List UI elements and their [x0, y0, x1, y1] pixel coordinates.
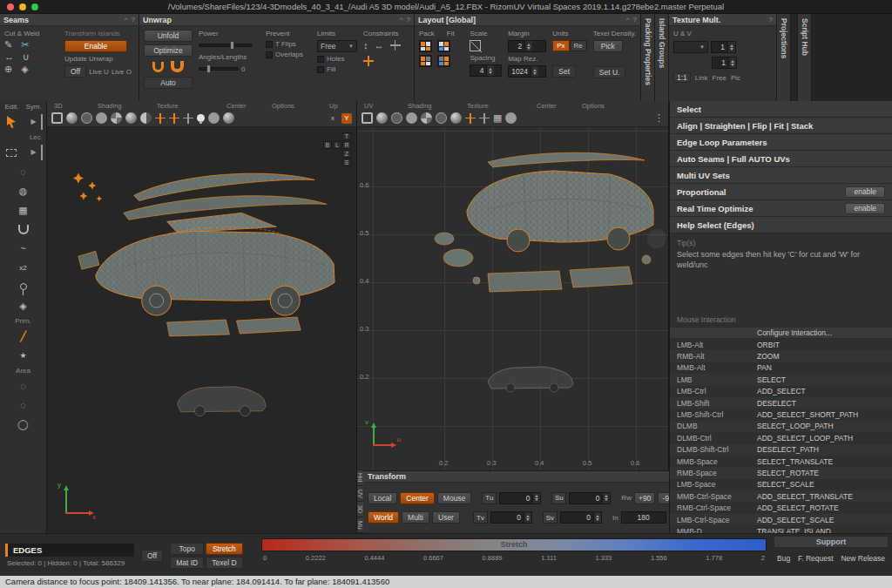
- units-px-tab[interactable]: Px: [552, 40, 569, 51]
- collapse-icon[interactable]: ^: [626, 16, 630, 24]
- uv-canvas[interactable]: 0.60.50.40.30.2 0.20.30.40.50.6 v u: [357, 127, 668, 470]
- section-proportional[interactable]: Proportional enable: [670, 184, 892, 200]
- half-sphere-icon[interactable]: [140, 112, 152, 124]
- pic-button[interactable]: Pic: [731, 74, 740, 82]
- su-stepper[interactable]: 0: [569, 492, 611, 504]
- pick-button[interactable]: Pick: [593, 40, 623, 52]
- sym-play-icon[interactable]: ▶: [27, 114, 43, 130]
- scale-icon[interactable]: [470, 40, 481, 51]
- stretch-gradient-bar[interactable]: Stretch: [261, 538, 767, 551]
- uv-frame-icon[interactable]: [479, 113, 490, 124]
- section-align[interactable]: Align | Straighten | Flip | Fit | Stack: [670, 118, 892, 134]
- center-selection-icon[interactable]: [169, 113, 179, 124]
- uv-options-icon[interactable]: [505, 112, 517, 124]
- realtime-enable-button[interactable]: enable: [845, 203, 885, 214]
- view-right-button[interactable]: R: [342, 141, 351, 149]
- optimize-button[interactable]: Optimize: [144, 44, 193, 57]
- stretch-button[interactable]: Stretch: [206, 543, 242, 555]
- model-3d-canvas[interactable]: y x: [47, 127, 356, 533]
- sym-mode-label[interactable]: Sym.: [25, 103, 41, 111]
- wireframe-mode-icon[interactable]: [51, 112, 63, 124]
- t-flips-checkbox[interactable]: [266, 41, 273, 48]
- feature-request-link[interactable]: F. Request: [798, 554, 834, 563]
- wire-sphere-icon[interactable]: [81, 112, 92, 124]
- fit-icon[interactable]: [437, 40, 450, 52]
- uv-flat-icon[interactable]: [406, 112, 417, 124]
- area-circle-add-icon[interactable]: ◌: [16, 397, 31, 413]
- axis-gizmo-3d[interactable]: y x: [57, 481, 96, 521]
- up-axis-sphere-icon[interactable]: [223, 112, 234, 124]
- set-button[interactable]: Set: [552, 65, 576, 78]
- world-button[interactable]: World: [368, 511, 399, 524]
- tu-label[interactable]: Tu: [482, 492, 497, 504]
- local-button[interactable]: Local: [368, 492, 397, 504]
- options-sphere-icon[interactable]: [208, 112, 220, 124]
- uv-mode-tab[interactable]: Mu: [357, 517, 363, 533]
- pin-tool-icon[interactable]: [16, 279, 31, 294]
- collapse-icon[interactable]: ^: [400, 16, 403, 24]
- holes-checkbox[interactable]: [317, 56, 324, 63]
- up-axis-x-button[interactable]: x: [328, 113, 338, 124]
- uv-wireframe-icon[interactable]: [362, 112, 373, 124]
- add-seam-icon[interactable]: ⊕: [4, 64, 12, 74]
- rotate-plus90-button[interactable]: +90: [634, 492, 655, 504]
- grid-select-icon[interactable]: ▦: [16, 202, 31, 218]
- viewport-3d[interactable]: 3DShadingTextureCenterOptionsUp x Y: [47, 101, 357, 533]
- sv-stepper[interactable]: 0: [560, 511, 602, 524]
- tv-label[interactable]: Tv: [473, 511, 488, 524]
- mult-u-stepper[interactable]: 1: [711, 41, 736, 53]
- uv-texture-icon[interactable]: [436, 112, 447, 124]
- center-view-icon[interactable]: [155, 113, 166, 124]
- mat-id-button[interactable]: Mat ID: [170, 557, 204, 569]
- projections-tab[interactable]: Projections: [777, 14, 791, 101]
- angles-lengths-slider[interactable]: [199, 67, 239, 71]
- uv-mode-tab[interactable]: UV: [357, 486, 363, 502]
- lasso-select-icon[interactable]: ◌: [16, 164, 31, 179]
- uv-grid-icon[interactable]: ▦: [493, 113, 502, 123]
- section-multi-uv[interactable]: Multi UV Sets: [670, 167, 892, 184]
- section-select[interactable]: Select: [670, 101, 892, 118]
- multi-button[interactable]: Multi: [402, 511, 429, 524]
- uv-shaded-icon[interactable]: [376, 112, 388, 124]
- viewport-uv[interactable]: UVShadingTextureCenterOptions ▦ ⋮: [357, 101, 669, 470]
- free-button[interactable]: Free: [713, 74, 726, 82]
- su-label[interactable]: Su: [551, 492, 566, 504]
- power-slider[interactable]: [199, 44, 253, 47]
- section-help-select[interactable]: Help Select (Edges): [670, 217, 892, 233]
- live-u-button[interactable]: Live U: [89, 68, 109, 76]
- rect-select-icon[interactable]: [3, 145, 19, 160]
- units-re-tab[interactable]: Re: [570, 40, 587, 51]
- tu-stepper[interactable]: 0: [499, 492, 541, 504]
- live-o-button[interactable]: Live O: [112, 68, 132, 76]
- view-left-button[interactable]: L: [333, 141, 341, 149]
- transform-islands-tab[interactable]: Transform Islands: [64, 30, 134, 37]
- overlaps-checkbox[interactable]: [266, 51, 273, 58]
- up-axis-y-button[interactable]: Y: [341, 113, 352, 124]
- limits-free-dropdown[interactable]: Free▼: [317, 40, 357, 52]
- unfold-button[interactable]: Unfold: [144, 30, 193, 42]
- magnet-icon[interactable]: [16, 221, 31, 237]
- script-hub-tab[interactable]: Script Hub: [798, 14, 812, 101]
- bug-link[interactable]: Bug: [777, 554, 790, 563]
- help-icon[interactable]: ?: [633, 16, 637, 24]
- configure-interaction-button[interactable]: Configure Interaction...: [670, 327, 892, 339]
- set-u-button[interactable]: Set U.: [593, 66, 626, 78]
- pack-icon[interactable]: [419, 40, 432, 52]
- brush-select-icon[interactable]: ◍: [16, 183, 31, 199]
- spacing-stepper[interactable]: 4: [470, 64, 502, 77]
- island-groups-tab[interactable]: Island Groups: [655, 14, 669, 101]
- pin-target-icon[interactable]: [363, 56, 374, 66]
- shaded-sphere-icon[interactable]: [66, 112, 78, 124]
- swap-icon[interactable]: ↔: [4, 52, 14, 62]
- user-button[interactable]: User: [432, 511, 460, 524]
- section-auto-seams[interactable]: Auto Seams | Full AUTO UVs: [670, 151, 892, 167]
- packing-properties-tab[interactable]: Packing Properties: [641, 14, 655, 101]
- pen-icon[interactable]: ✎: [4, 40, 12, 50]
- view-s-button[interactable]: S: [342, 159, 351, 166]
- help-icon[interactable]: ?: [769, 16, 773, 24]
- section-edge-loop[interactable]: Edge Loop Parameters: [670, 134, 892, 151]
- area-circle-icon[interactable]: ◌: [16, 378, 31, 394]
- view-top-button[interactable]: T: [342, 132, 351, 140]
- uv-mode-tab[interactable]: 3D: [357, 502, 363, 517]
- center-button[interactable]: Center: [400, 492, 435, 504]
